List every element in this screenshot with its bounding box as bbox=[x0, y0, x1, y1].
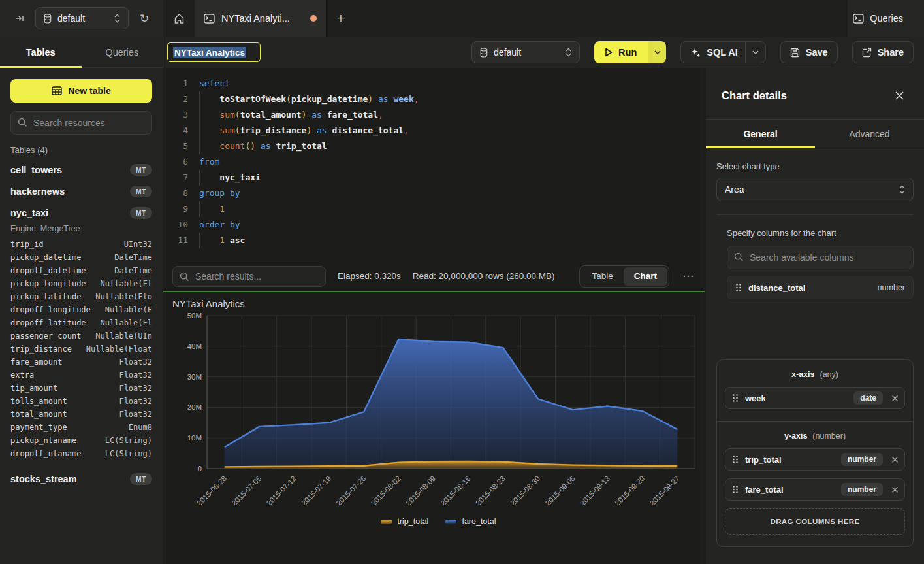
tab-general[interactable]: General bbox=[706, 120, 815, 148]
chart-type-select[interactable]: Area bbox=[716, 178, 914, 201]
document-tab[interactable]: NYTaxi Analyti... bbox=[195, 0, 327, 37]
column-type-badge: number bbox=[841, 483, 883, 496]
legend-label: fare_total bbox=[462, 517, 496, 526]
sidebar-table-row[interactable]: nyc_taxiMT bbox=[10, 202, 152, 224]
column-type: Nullable(Fl bbox=[101, 279, 152, 288]
available-column-chip[interactable]: distance_totalnumber bbox=[727, 276, 914, 299]
table-view-button[interactable]: Table bbox=[581, 267, 623, 286]
resource-search-input[interactable] bbox=[10, 111, 152, 135]
sidebar-table-row[interactable]: stocks_streamMT bbox=[10, 468, 152, 489]
column-chip-type: number bbox=[878, 283, 905, 292]
token: from bbox=[199, 157, 219, 167]
axis-column-chip[interactable]: weekdate bbox=[725, 387, 905, 409]
table-icon bbox=[52, 86, 62, 95]
remove-column-icon[interactable] bbox=[892, 395, 898, 401]
columns-search-input[interactable] bbox=[727, 246, 914, 269]
line-number: 9 bbox=[171, 201, 188, 217]
sql-ai-button[interactable]: SQL AI bbox=[690, 47, 738, 58]
legend-item[interactable]: trip_total bbox=[381, 517, 428, 526]
tab-advanced[interactable]: Advanced bbox=[815, 120, 924, 148]
x-tick-label: 2015-09-27 bbox=[648, 474, 681, 505]
line-number: 1 bbox=[171, 76, 188, 91]
table-name: nyc_taxi bbox=[10, 208, 130, 218]
column-name: tolls_amount bbox=[10, 397, 119, 406]
new-tab-button[interactable]: + bbox=[327, 0, 355, 37]
token: , bbox=[414, 94, 419, 104]
database-icon bbox=[480, 48, 488, 58]
y-axis-section: y-axis(number) trip_totalnumberfare_tota… bbox=[717, 421, 913, 546]
refresh-icon[interactable]: ↻ bbox=[135, 9, 153, 27]
engine-badge: MT bbox=[130, 473, 152, 485]
drop-zone[interactable]: DRAG COLUMNS HERE bbox=[725, 508, 905, 535]
line-number: 10 bbox=[171, 217, 188, 233]
y-axis-label: y-axis bbox=[784, 431, 807, 440]
column-name: extra bbox=[10, 371, 119, 380]
drag-handle-icon bbox=[732, 393, 739, 403]
more-options-icon[interactable]: ⋯ bbox=[681, 269, 695, 283]
token: as bbox=[311, 110, 322, 120]
remove-column-icon[interactable] bbox=[892, 457, 898, 463]
sidebar-tab-tables[interactable]: Tables bbox=[0, 37, 82, 67]
x-tick-label: 2015-07-05 bbox=[230, 474, 263, 505]
column-name: total_amount bbox=[10, 410, 119, 419]
remove-column-icon[interactable] bbox=[892, 487, 898, 493]
column-row: trip_distanceNullable(Float bbox=[10, 342, 152, 356]
save-button[interactable]: Save bbox=[780, 41, 838, 63]
token: order by bbox=[199, 220, 240, 229]
token: , bbox=[404, 125, 409, 135]
columns-section: Specify columns for the chart distance_t… bbox=[727, 228, 914, 299]
close-icon[interactable] bbox=[890, 86, 908, 105]
token: sum bbox=[219, 125, 234, 135]
column-name: tip_amount bbox=[10, 384, 119, 393]
token: nyc_taxi bbox=[219, 173, 261, 182]
sidebar-table-row[interactable]: cell_towersMT bbox=[10, 159, 152, 180]
run-database-selector[interactable]: default bbox=[471, 41, 580, 63]
area-chart[interactable]: 010M20M30M40M50M2015-06-282015-07-052015… bbox=[172, 309, 700, 505]
column-type: DateTime bbox=[114, 253, 152, 262]
code-content: sum(total_amount) as fare_total, bbox=[199, 107, 383, 123]
token bbox=[199, 125, 219, 135]
axes-config: x-axis(any) weekdate y-axis(number) trip… bbox=[716, 359, 914, 547]
home-icon[interactable] bbox=[163, 0, 195, 37]
code-content: count() as trip_total bbox=[199, 139, 327, 154]
sql-ai-options-button[interactable] bbox=[745, 42, 765, 63]
run-button[interactable]: Run bbox=[594, 41, 648, 63]
axis-column-chip[interactable]: fare_totalnumber bbox=[725, 478, 905, 501]
sidebar-tab-queries[interactable]: Queries bbox=[82, 37, 163, 67]
database-selector[interactable]: default bbox=[35, 7, 129, 29]
results-search-input[interactable] bbox=[172, 266, 326, 287]
new-table-button[interactable]: New table bbox=[10, 79, 152, 103]
column-chip-name: fare_total bbox=[745, 485, 835, 495]
token: () bbox=[245, 141, 255, 151]
run-options-button[interactable] bbox=[648, 41, 666, 63]
code-line: 7 nyc_taxi bbox=[171, 170, 705, 186]
legend-item[interactable]: fare_total bbox=[445, 517, 496, 526]
results-search bbox=[172, 266, 326, 287]
token: week bbox=[389, 94, 414, 104]
sidebar: Tables Queries New table Tables (4) cell… bbox=[0, 37, 163, 564]
sql-editor[interactable]: 1select2 toStartOfWeek(pickup_datetime) … bbox=[163, 68, 705, 261]
column-name: pickup_datetime bbox=[10, 253, 114, 262]
view-toggle: Table Chart bbox=[579, 265, 669, 288]
columns-search bbox=[727, 246, 914, 269]
column-chip-name: week bbox=[745, 393, 847, 403]
column-name: pickup_ntaname bbox=[10, 436, 105, 445]
query-title-input[interactable]: NYTaxi Analytics bbox=[167, 42, 261, 62]
share-button[interactable]: Share bbox=[852, 41, 914, 63]
database-selector-value: default bbox=[57, 13, 108, 24]
x-axis-section: x-axis(any) weekdate bbox=[717, 360, 913, 421]
legend-swatch bbox=[381, 520, 392, 524]
unsaved-changes-dot bbox=[310, 15, 317, 22]
axis-column-chip[interactable]: trip_totalnumber bbox=[725, 448, 905, 471]
x-tick-label: 2015-07-19 bbox=[300, 474, 332, 505]
sidebar-table-row[interactable]: hackernewsMT bbox=[10, 180, 152, 202]
column-name: pickup_longitude bbox=[10, 279, 101, 288]
column-row: dropoff_datetimeDateTime bbox=[10, 264, 152, 277]
queries-button[interactable]: Queries bbox=[848, 9, 908, 27]
chart-view-button[interactable]: Chart bbox=[624, 267, 667, 286]
engine-badge: MT bbox=[130, 186, 152, 197]
collapse-sidebar-icon[interactable] bbox=[10, 9, 29, 27]
column-type: Float32 bbox=[119, 371, 152, 380]
x-tick-label: 2015-09-13 bbox=[579, 474, 611, 505]
column-chip-name: trip_total bbox=[745, 455, 835, 465]
